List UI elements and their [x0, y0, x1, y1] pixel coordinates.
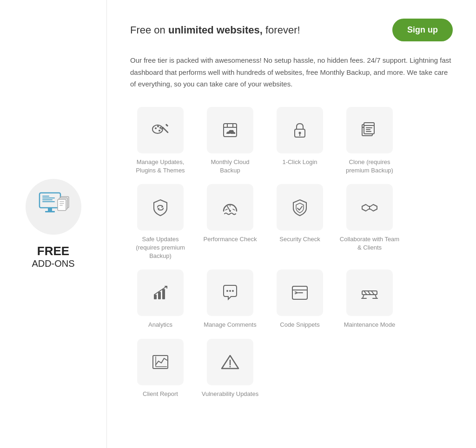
vulnerability-updates-label: Vulnerability Updates — [202, 390, 258, 398]
monthly-backup-icon — [220, 120, 240, 140]
list-item: Vulnerability Updates — [200, 339, 260, 398]
security-check-icon — [290, 197, 310, 217]
maintenance-mode-label: Maintenance Mode — [344, 321, 396, 329]
main-content: Free on unlimited websites, forever! Sig… — [107, 0, 476, 448]
svg-line-36 — [225, 209, 227, 210]
svg-rect-4 — [42, 198, 55, 198]
security-check-label: Security Check — [279, 235, 320, 244]
code-snippets-icon-box — [277, 270, 323, 316]
svg-rect-45 — [158, 292, 161, 299]
svg-line-54 — [364, 291, 367, 295]
maintenance-mode-icon-box — [346, 270, 393, 316]
svg-line-58 — [375, 295, 377, 298]
list-item: Manage Updates, Plugins & Themes — [130, 107, 191, 175]
svg-rect-6 — [42, 201, 55, 202]
list-item: Performance Check — [200, 184, 260, 261]
svg-rect-5 — [42, 199, 53, 200]
manage-updates-icon — [150, 120, 171, 140]
list-item: 1-Click Login — [270, 107, 330, 175]
svg-point-40 — [229, 210, 231, 212]
collaborate-icon-box — [346, 184, 393, 231]
safe-updates-icon — [150, 197, 171, 217]
svg-line-38 — [233, 209, 235, 210]
maintenance-mode-icon — [359, 283, 380, 303]
title-prefix: Free on — [130, 24, 168, 36]
sidebar-icon — [26, 179, 81, 235]
monthly-backup-label: Monthly Cloud Backup — [200, 158, 260, 175]
manage-updates-label: Manage Updates, Plugins & Themes — [130, 158, 191, 175]
signup-button[interactable]: Sign up — [392, 19, 453, 41]
svg-rect-11 — [60, 203, 64, 204]
performance-check-icon-box — [207, 184, 253, 231]
svg-point-65 — [230, 366, 231, 367]
code-snippets-label: Code Snippets — [280, 321, 319, 329]
client-report-icon — [150, 352, 171, 372]
list-item: Monthly Cloud Backup — [200, 107, 260, 175]
clone-icon-box — [346, 107, 393, 153]
manage-comments-icon-box — [207, 270, 253, 316]
clone-icon — [359, 120, 380, 140]
svg-rect-10 — [60, 201, 64, 202]
safe-updates-label: Safe Updates (requires premium Backup) — [130, 235, 191, 261]
svg-point-16 — [159, 127, 161, 129]
svg-line-18 — [163, 127, 168, 132]
svg-line-55 — [368, 291, 370, 295]
vulnerability-updates-icon — [220, 352, 240, 372]
manage-comments-label: Manage Comments — [204, 321, 256, 329]
security-check-icon-box — [277, 184, 323, 231]
list-item: Clone (requires premium Backup) — [339, 107, 400, 175]
collaborate-icon — [359, 197, 380, 217]
header-row: Free on unlimited websites, forever! Sig… — [130, 19, 453, 41]
sidebar-free-label: FREE — [37, 244, 69, 258]
performance-check-label: Performance Check — [204, 235, 257, 244]
client-report-label: Client Report — [143, 390, 178, 398]
title-suffix: forever! — [263, 24, 300, 36]
analytics-label: Analytics — [148, 321, 172, 329]
svg-rect-46 — [162, 289, 165, 299]
list-item: Maintenance Mode — [339, 270, 400, 329]
svg-rect-3 — [42, 196, 49, 197]
clone-label: Clone (requires premium Backup) — [339, 158, 400, 175]
sidebar: FREE ADD-ONS — [0, 0, 107, 448]
description-text: Our free tier is packed with awesomeness… — [130, 54, 453, 90]
svg-point-17 — [159, 130, 160, 132]
svg-line-57 — [363, 295, 364, 298]
one-click-login-icon — [290, 120, 310, 140]
svg-point-47 — [226, 290, 228, 292]
analytics-icon-box — [137, 270, 184, 316]
svg-point-48 — [229, 290, 231, 292]
one-click-login-icon-box — [277, 107, 323, 153]
vulnerability-updates-icon-box — [207, 339, 253, 385]
manage-updates-icon-box — [137, 107, 184, 153]
one-click-login-label: 1-Click Login — [282, 158, 317, 166]
manage-comments-icon — [220, 283, 240, 303]
svg-rect-19 — [165, 124, 168, 126]
title-bold: unlimited websites, — [168, 24, 263, 36]
svg-point-14 — [155, 127, 157, 129]
svg-point-15 — [157, 125, 159, 127]
monthly-backup-icon-box — [207, 107, 253, 153]
svg-rect-1 — [48, 208, 52, 211]
list-item: Safe Updates (requires premium Backup) — [130, 184, 191, 261]
list-item: Collaborate with Team & Clients — [339, 184, 400, 261]
code-snippets-icon — [290, 283, 310, 303]
sidebar-addons-label: ADD-ONS — [32, 258, 74, 269]
client-report-icon-box — [137, 339, 184, 385]
performance-check-icon — [220, 197, 240, 217]
svg-line-56 — [371, 291, 374, 295]
list-item: Client Report — [130, 339, 191, 398]
list-item: Code Snippets — [270, 270, 330, 329]
analytics-icon — [150, 283, 171, 303]
list-item: Security Check — [270, 184, 330, 261]
svg-rect-2 — [45, 211, 55, 212]
svg-rect-44 — [154, 295, 157, 299]
safe-updates-icon-box — [137, 184, 184, 231]
svg-rect-34 — [366, 129, 370, 130]
svg-rect-35 — [366, 131, 371, 132]
features-grid: Manage Updates, Plugins & Themes — [130, 107, 453, 398]
svg-point-49 — [232, 290, 234, 292]
collaborate-label: Collaborate with Team & Clients — [339, 235, 400, 252]
list-item: Manage Comments — [200, 270, 260, 329]
svg-rect-33 — [366, 127, 372, 128]
list-item: Analytics — [130, 270, 191, 329]
